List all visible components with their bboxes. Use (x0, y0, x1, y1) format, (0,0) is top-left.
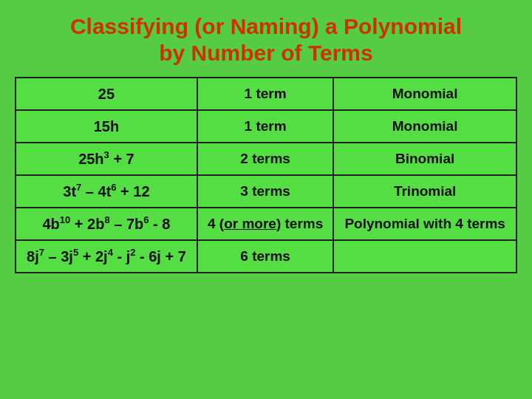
expression-cell: 3t7 – 4t6 + 12 (16, 175, 197, 208)
name-cell: Binomial (333, 143, 516, 175)
table-row: 8j7 – 3j5 + 2j4 - j2 - 6j + 7 6 terms (16, 240, 516, 273)
table-row: 25h3 + 7 2 terms Binomial (16, 143, 516, 175)
table-row: 3t7 – 4t6 + 12 3 terms Trinomial (16, 175, 516, 208)
page-title: Classifying (or Naming) a Polynomial by … (70, 13, 462, 66)
table-row: 4b10 + 2b8 – 7b6 - 8 4 (or more) terms P… (16, 208, 516, 240)
name-cell (333, 240, 516, 273)
expression-cell: 8j7 – 3j5 + 2j4 - j2 - 6j + 7 (16, 240, 197, 273)
name-cell: Polynomial with 4 terms (333, 208, 516, 240)
table-row: 15h 1 term Monomial (16, 110, 516, 143)
expression-cell: 25 (16, 78, 197, 110)
expression-cell: 15h (16, 110, 197, 143)
terms-cell: 1 term (197, 110, 333, 143)
expression-cell: 4b10 + 2b8 – 7b6 - 8 (16, 208, 197, 240)
terms-cell: 3 terms (197, 175, 333, 208)
terms-cell: 4 (or more) terms (197, 208, 333, 240)
classification-table: 25 1 term Monomial 15h 1 term Monomial 2… (15, 77, 517, 273)
terms-cell: 6 terms (197, 240, 333, 273)
expression-cell: 25h3 + 7 (16, 143, 197, 175)
table-row: 25 1 term Monomial (16, 78, 516, 110)
name-cell: Monomial (333, 78, 516, 110)
name-cell: Monomial (333, 110, 516, 143)
name-cell: Trinomial (333, 175, 516, 208)
terms-cell: 2 terms (197, 143, 333, 175)
terms-cell: 1 term (197, 78, 333, 110)
